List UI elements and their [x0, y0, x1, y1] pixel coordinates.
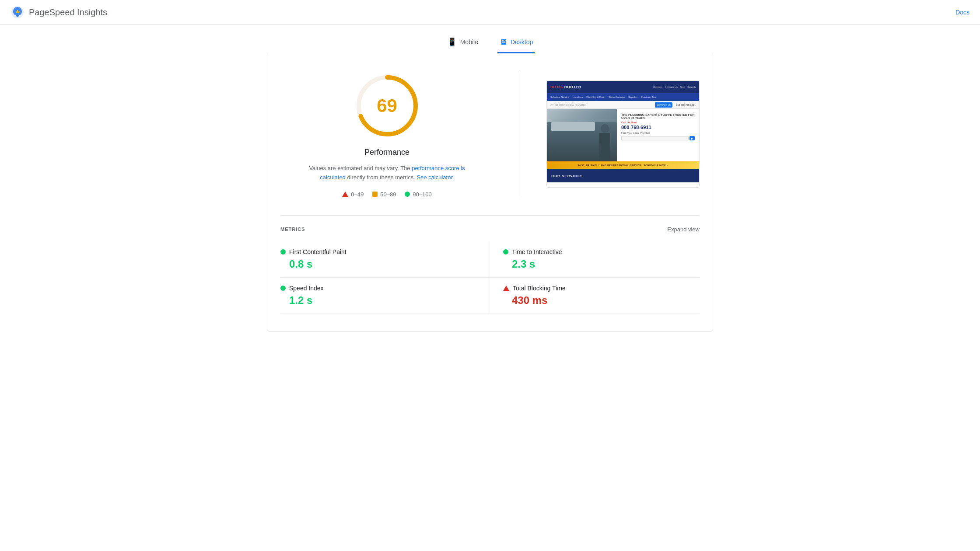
legend-range-3: 90–100 [413, 191, 431, 198]
section-divider [520, 71, 520, 198]
expand-view-button[interactable]: Expand view [667, 226, 700, 233]
metric-first-contentful-paint: First Contentful Paint 0.8 s [280, 241, 490, 278]
metric-fcp-name: First Contentful Paint [289, 248, 346, 255]
tab-desktop-label: Desktop [511, 38, 533, 45]
hero-search-input: ▶ [621, 136, 695, 140]
metric-si-status-icon [280, 286, 286, 291]
logo-text-red: ROTO- [550, 85, 563, 89]
metric-speed-index: Speed Index 1.2 s [280, 278, 490, 314]
legend-icon-red [342, 192, 348, 197]
sub-water: Water Damage [609, 96, 625, 98]
legend-icon-green [405, 192, 410, 197]
metric-tti-header: Time to Interactive [503, 248, 700, 255]
pagespeed-logo-icon [10, 5, 24, 19]
site-banner: FAST, FRIENDLY AND PROFESSIONAL SERVICE.… [547, 161, 699, 169]
metric-tbt-name: Total Blocking Time [513, 285, 566, 292]
sub-schedule: Schedule Service [550, 96, 569, 98]
score-panel: 69 Performance Values are estimated and … [280, 71, 494, 198]
metric-tbt-status-icon [503, 286, 509, 291]
description-text-middle: directly from these metrics. [346, 174, 417, 181]
score-section: 69 Performance Values are estimated and … [280, 71, 700, 198]
metric-total-blocking-time: Total Blocking Time 430 ms [490, 278, 700, 314]
content-card: 69 Performance Values are estimated and … [267, 53, 713, 332]
person-silhouette [599, 133, 610, 161]
site-search-bar: # FIND YOUR LOCAL PLUMBER CONTACT US Cal… [547, 101, 699, 109]
logo-container: PageSpeed Insights [10, 5, 107, 19]
hero-input-submit: ▶ [690, 136, 695, 140]
metric-tti-status-icon [503, 249, 508, 255]
metric-fcp-status-icon [280, 249, 286, 255]
app-title: PageSpeed Insights [29, 7, 107, 17]
gauge-score-value: 69 [377, 95, 397, 116]
site-hero: THE PLUMBING EXPERTS YOU'VE TRUSTED FOR … [547, 109, 699, 161]
desktop-icon: 🖥 [499, 38, 507, 47]
hero-call-now: Call Us Now! [621, 121, 695, 124]
hero-text: THE PLUMBING EXPERTS YOU'VE TRUSTED FOR … [617, 109, 699, 161]
legend-range-1: 0–49 [351, 191, 364, 198]
call-number-small: Call 800-768-6911 [676, 104, 696, 106]
site-nav-careers: Careers [653, 86, 662, 88]
truck-windshield [551, 122, 595, 131]
docs-link[interactable]: Docs [956, 9, 970, 16]
site-header-bar: ROTO- ROOTER Careers Contact Us Blog Sea… [547, 81, 699, 93]
tab-desktop[interactable]: 🖥 Desktop [497, 32, 535, 53]
sub-locations: Locations [573, 96, 583, 98]
score-legend: 0–49 50–89 90–100 [342, 191, 431, 198]
metrics-grid: First Contentful Paint 0.8 s Time to Int… [280, 241, 700, 314]
description-text-end: . [452, 174, 454, 181]
site-banner-text: FAST, FRIENDLY AND PROFESSIONAL SERVICE.… [578, 164, 668, 167]
site-nav-blog: Blog [680, 86, 685, 88]
legend-icon-orange [372, 192, 378, 197]
hero-image [547, 109, 617, 161]
metric-fcp-header: First Contentful Paint [280, 248, 476, 255]
metric-si-header: Speed Index [280, 285, 476, 292]
hero-phone: 800-768-6911 [621, 125, 695, 130]
legend-range-2: 50–89 [380, 191, 396, 198]
site-services: OUR SERVICES [547, 169, 699, 182]
site-nav-search: Search [687, 86, 696, 88]
metrics-section: METRICS Expand view First Contentful Pai… [280, 215, 700, 314]
metrics-title: METRICS [280, 227, 305, 232]
mobile-icon: 📱 [447, 37, 457, 47]
site-sub-header: Schedule Service Locations Plumbing & Dr… [547, 93, 699, 101]
main-container: 69 Performance Values are estimated and … [258, 53, 722, 332]
metric-time-to-interactive: Time to Interactive 2.3 s [490, 241, 700, 278]
see-calculator-link[interactable]: See calculator [416, 174, 452, 181]
legend-item-red: 0–49 [342, 191, 364, 198]
search-placeholder: # FIND YOUR LOCAL PLUMBER [550, 104, 586, 106]
tab-mobile-label: Mobile [460, 38, 478, 45]
metric-si-value: 1.2 s [289, 294, 476, 307]
metric-fcp-value: 0.8 s [289, 258, 476, 270]
site-nav: Careers Contact Us Blog Search [653, 86, 696, 88]
legend-item-green: 90–100 [405, 191, 431, 198]
metric-tti-name: Time to Interactive [512, 248, 562, 255]
website-preview: ROTO- ROOTER Careers Contact Us Blog Sea… [546, 80, 700, 188]
contact-us-btn: CONTACT US [655, 102, 672, 108]
page-header: PageSpeed Insights Docs [0, 0, 980, 25]
website-screenshot-container: ROTO- ROOTER Careers Contact Us Blog Sea… [546, 80, 700, 188]
metric-tbt-value: 430 ms [512, 294, 700, 307]
performance-gauge: 69 [352, 71, 422, 141]
performance-label: Performance [364, 148, 410, 157]
legend-item-orange: 50–89 [372, 191, 396, 198]
score-description: Values are estimated and may vary. The p… [300, 164, 475, 182]
metric-si-name: Speed Index [289, 285, 324, 292]
tab-bar: 📱 Mobile 🖥 Desktop [0, 25, 980, 53]
metric-tbt-header: Total Blocking Time [503, 285, 700, 292]
hero-input-box [621, 136, 689, 140]
services-title: OUR SERVICES [551, 174, 583, 178]
hero-find-plumber: Find Your Local Plumber [621, 132, 695, 134]
hero-headline: THE PLUMBING EXPERTS YOU'VE TRUSTED FOR … [621, 113, 695, 119]
sub-supplies: Supplies [628, 96, 637, 98]
logo-text-white: ROOTER [564, 85, 581, 89]
metrics-header: METRICS Expand view [280, 226, 700, 233]
metric-tti-value: 2.3 s [512, 258, 700, 270]
site-logo: ROTO- ROOTER [550, 85, 581, 89]
sub-plumbing: Plumbing & Drain [586, 96, 605, 98]
site-nav-contact: Contact Us [665, 86, 678, 88]
tab-mobile[interactable]: 📱 Mobile [445, 32, 480, 53]
sub-tips: Plumbing Tips [641, 96, 656, 98]
description-text-start: Values are estimated and may vary. The [309, 165, 412, 171]
